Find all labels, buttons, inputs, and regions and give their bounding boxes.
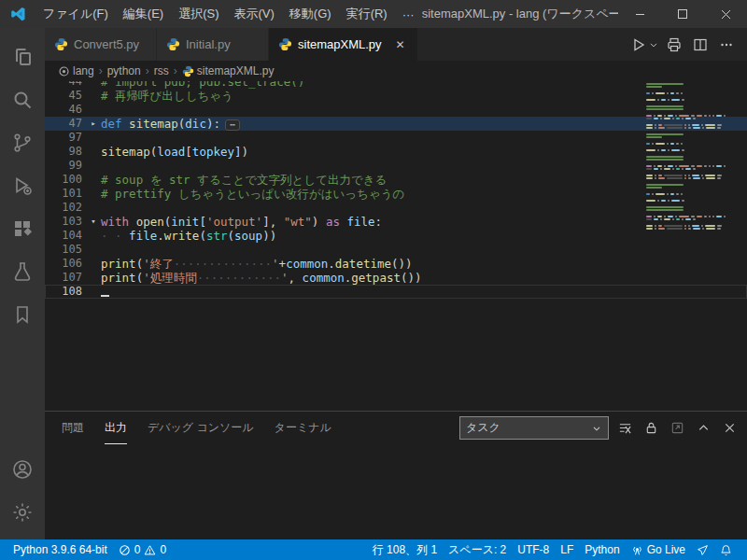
minimap-token <box>682 118 684 119</box>
encoding-status[interactable]: UTF-8 <box>512 539 555 560</box>
variable: file <box>129 229 157 243</box>
close-window-button[interactable] <box>704 0 747 28</box>
tab-sitemapXML.py[interactable]: sitemapXML.py✕ <box>269 28 418 61</box>
code-line[interactable]: 98sitemap(load[topkey]) <box>45 145 747 159</box>
minimap-line <box>646 212 743 215</box>
fold-gutter <box>86 243 101 257</box>
minimap-line <box>646 231 743 233</box>
string: 'output' <box>206 215 262 229</box>
open-output-in-editor-icon[interactable] <box>667 418 687 439</box>
code-text: # prettify しちゃうといっぱい改行がはいっちゃうの <box>101 187 404 201</box>
panel-tab-問題[interactable]: 問題 <box>62 412 84 444</box>
run-python-file-button[interactable] <box>627 34 650 56</box>
minimap-token <box>670 92 674 94</box>
minimap-token <box>646 83 684 85</box>
more-actions-icon[interactable] <box>715 34 738 56</box>
minimap-token <box>667 177 683 179</box>
minimap-token <box>646 177 653 179</box>
run-debug-icon[interactable] <box>0 164 45 207</box>
menu-overflow-button[interactable]: ··· <box>395 7 422 21</box>
code-line[interactable]: 107print('処理時間············', common.getp… <box>45 271 747 285</box>
code-editor[interactable]: 44# import pdb; pdb.set_trace()45# 再帰呼び出… <box>45 81 747 411</box>
code-line[interactable]: 97 <box>45 131 747 145</box>
code-line[interactable]: 47▸def sitemap(dic):⋯ <box>45 117 747 131</box>
bookmark-icon[interactable] <box>0 293 45 336</box>
testing-beaker-icon[interactable] <box>0 250 45 293</box>
panel-tab-ターミナル[interactable]: ターミナル <box>275 412 331 444</box>
cursor-position-status[interactable]: 行 108、列 1 <box>367 539 443 560</box>
print-icon[interactable] <box>663 34 685 56</box>
notifications-bell-icon[interactable] <box>714 539 738 560</box>
code-line[interactable]: 101# prettify しちゃうといっぱい改行がはいっちゃうの <box>45 187 747 201</box>
punctuation: ], <box>262 215 284 229</box>
breadcrumb-item[interactable]: lang <box>73 64 94 77</box>
language-mode-status[interactable]: Python <box>579 539 625 560</box>
minimap-token <box>646 200 655 202</box>
run-dropdown-chevron-icon[interactable] <box>648 34 659 56</box>
eol-status[interactable]: LF <box>555 539 579 560</box>
split-editor-icon[interactable] <box>689 34 712 56</box>
indentation-status[interactable]: スペース: 2 <box>443 539 512 560</box>
maximize-button[interactable] <box>661 0 704 28</box>
code-line[interactable]: 103▾with open(init['output'], "wt") as f… <box>45 215 747 229</box>
menu-item[interactable]: 編集(E) <box>116 0 171 28</box>
minimap-token <box>717 225 721 227</box>
minimize-icon <box>635 9 645 20</box>
code-line[interactable]: 108 <box>45 285 747 299</box>
source-control-icon[interactable] <box>0 121 45 164</box>
vscode-window: ファイル(F)編集(E)選択(S)表示(V)移動(G)実行(R) ··· sit… <box>0 0 747 560</box>
search-icon[interactable] <box>0 78 45 121</box>
minimap-line <box>646 149 743 151</box>
code-line[interactable]: 106print('終了··············'+common.datet… <box>45 257 747 271</box>
extensions-icon[interactable] <box>0 207 45 250</box>
python-interpreter-status[interactable]: Python 3.9.6 64-bit <box>7 539 113 560</box>
code-line[interactable]: 44# import pdb; pdb.set_trace() <box>45 81 747 89</box>
fold-expanded-icon[interactable]: ▾ <box>86 215 101 229</box>
menu-item[interactable]: 選択(S) <box>171 0 226 28</box>
keyword: with <box>101 215 129 229</box>
minimap-line <box>646 118 743 119</box>
close-panel-icon[interactable] <box>719 418 740 439</box>
code-line[interactable]: 102 <box>45 201 747 215</box>
minimap[interactable] <box>646 83 743 234</box>
lock-scroll-icon[interactable] <box>641 418 661 439</box>
panel-tab-デバッグ コンソール[interactable]: デバッグ コンソール <box>148 412 254 444</box>
code-line[interactable]: 46 <box>45 103 747 117</box>
minimap-token <box>717 228 721 230</box>
punctuation: [ <box>185 145 192 159</box>
code-line[interactable]: 105 <box>45 243 747 257</box>
menu-item[interactable]: 実行(R) <box>339 0 395 28</box>
minimap-line <box>646 180 743 183</box>
code-line[interactable]: 45# 再帰呼び出ししちゃう <box>45 89 747 103</box>
breadcrumb-item[interactable]: python <box>107 64 141 77</box>
minimap-token <box>646 193 650 195</box>
code-line[interactable]: 100# soup を str することで文字列として出力できる <box>45 173 747 187</box>
output-channel-select[interactable]: タスク <box>459 416 609 440</box>
send-feedback-icon[interactable] <box>691 539 714 560</box>
code-text: print('処理時間············', common.getpast… <box>101 271 422 285</box>
minimap-token <box>667 228 683 230</box>
minimize-button[interactable] <box>618 0 661 28</box>
menu-item[interactable]: 移動(G) <box>282 0 339 28</box>
account-icon[interactable] <box>0 448 45 491</box>
minimap-line <box>646 102 743 105</box>
tab-Convert5.py[interactable]: Convert5.py <box>45 28 157 61</box>
tab-close-icon[interactable]: ✕ <box>393 38 408 51</box>
go-live-button[interactable]: Go Live <box>626 539 691 560</box>
problems-status[interactable]: 0 0 <box>113 539 172 560</box>
panel-tab-出力[interactable]: 出力 <box>105 412 127 444</box>
menu-item[interactable]: ファイル(F) <box>35 0 116 28</box>
settings-gear-icon[interactable] <box>0 491 45 534</box>
breadcrumb-item[interactable]: sitemapXML.py <box>197 64 275 77</box>
tab-Initial.py[interactable]: Initial.py <box>157 28 269 61</box>
code-line[interactable]: 99 <box>45 159 747 173</box>
fold-collapsed-icon[interactable]: ▸ <box>86 117 101 131</box>
breadcrumb-item[interactable]: rss <box>154 64 169 77</box>
code-line[interactable]: 104· · file.write(str(soup)) <box>45 229 747 243</box>
clear-output-icon[interactable] <box>614 418 635 439</box>
maximize-panel-icon[interactable] <box>693 418 713 439</box>
minimap-line <box>646 120 743 123</box>
explorer-icon[interactable] <box>0 35 45 78</box>
menu-item[interactable]: 表示(V) <box>227 0 282 28</box>
minimap-line <box>646 130 743 133</box>
